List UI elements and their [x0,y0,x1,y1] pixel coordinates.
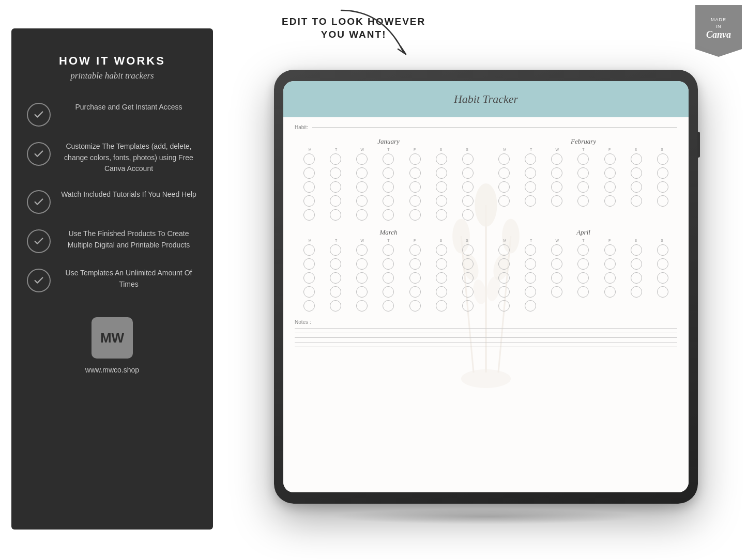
day-circle [657,167,668,179]
day-circle [409,300,421,312]
check-icon-3 [27,190,51,214]
day-circle [330,195,341,207]
day-circle [577,195,589,207]
day-circle [330,209,341,221]
month-name-1: February [492,137,675,146]
habit-input-line [312,127,677,128]
day-header: F [402,148,428,151]
day-circle [356,153,368,165]
day-circle [409,167,421,179]
website-text: www.mwco.shop [85,366,139,374]
day-circle [436,167,447,179]
step-item-2: Customize The Templates (add, delete, ch… [27,141,197,175]
day-circle [525,244,536,256]
day-header: T [323,148,349,151]
day-circle [383,209,394,221]
day-circle [303,181,315,193]
day-circle [303,300,315,312]
day-circle [525,258,536,270]
notes-line-2 [295,333,677,333]
step-item-1: Purchase and Get Instant Access [27,102,197,127]
day-circle [436,272,447,284]
day-circle [631,195,642,207]
day-circle [330,258,341,270]
day-circle [436,244,447,256]
day-circle [303,258,315,270]
left-panel: HOW IT WORKS printable habit trackers Pu… [11,28,213,530]
day-header: M [297,239,323,242]
day-circle [356,286,368,298]
month-block-2: MarchMTWTFSS [295,228,482,312]
day-circle [383,300,394,312]
day-circle [303,244,315,256]
day-circle [631,244,642,256]
day-circle [525,181,536,193]
month-block-3: AprilMTWTFSS [490,228,677,312]
day-circle [303,167,315,179]
notes-label: Notes : [295,319,677,325]
day-circle [409,286,421,298]
day-circle [303,286,315,298]
day-circle [330,153,341,165]
day-circle [383,272,394,284]
tablet-shadow [331,509,641,524]
day-circle [631,153,642,165]
day-circle [577,244,589,256]
day-circle [462,209,474,221]
day-circle [604,167,616,179]
check-icon-4 [27,229,51,253]
day-circle [330,167,341,179]
notes-section: Notes : [295,319,677,347]
day-circle [577,286,589,298]
day-header: F [597,239,623,242]
day-circle [383,181,394,193]
day-circle [577,167,589,179]
day-circle [409,272,421,284]
step-item-4: Use The Finished Products To Create Mult… [27,228,197,253]
day-circle [498,195,510,207]
tracker-body: Habit: JanuaryMTWTFSSFebruaryMTWTFSSMarc… [283,117,689,492]
month-block-1: FebruaryMTWTFSS [490,137,677,221]
day-circle [577,153,589,165]
day-header: S [428,148,454,151]
day-header: S [649,239,675,242]
day-circle [604,195,616,207]
tablet-side-button [697,132,700,158]
step-text-5: Use Templates An Unlimited Amount Of Tim… [60,268,197,290]
day-circle [436,300,447,312]
day-circle [551,195,562,207]
day-circle [498,244,510,256]
day-circle [525,195,536,207]
day-circle [330,181,341,193]
canva-badge-brand: Canva [706,29,731,40]
day-header: T [570,239,597,242]
day-circle [657,181,668,193]
step-text-4: Use The Finished Products To Create Mult… [60,228,197,251]
day-header: M [492,239,518,242]
day-header: W [544,148,570,151]
day-circle [498,272,510,284]
months-grid: JanuaryMTWTFSSFebruaryMTWTFSSMarchMTWTFS… [295,137,677,312]
day-circle [303,195,315,207]
day-circle [303,272,315,284]
day-circle [330,272,341,284]
day-circle [436,258,447,270]
check-icon-1 [27,103,51,127]
day-circle [657,244,668,256]
day-header: F [597,148,623,151]
day-circle [498,181,510,193]
day-circle [657,272,668,284]
arrow-icon [336,5,419,67]
day-circle [409,244,421,256]
day-circle [409,195,421,207]
day-circle [383,244,394,256]
day-circle [462,153,474,165]
day-circle [303,153,315,165]
day-circle [436,153,447,165]
day-circle [356,244,368,256]
logo-box: MW [92,317,133,359]
day-circle [383,167,394,179]
step-text-2: Customize The Templates (add, delete, ch… [60,141,197,175]
day-circle [657,153,668,165]
day-circle [409,181,421,193]
